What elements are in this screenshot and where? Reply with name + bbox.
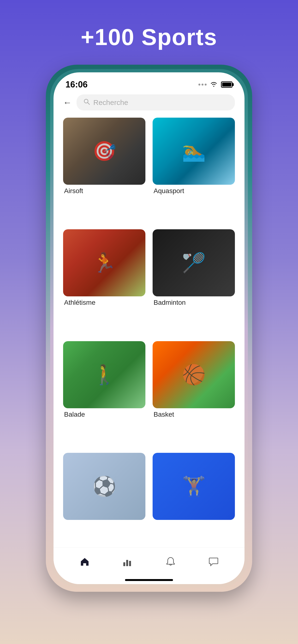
status-bar: 16:06 (54, 72, 244, 92)
content-area: Airsoft Aquasport Athlétisme (54, 115, 244, 547)
sport-image-badminton (153, 229, 235, 296)
sport-image-balade (63, 341, 145, 408)
svg-rect-3 (126, 560, 128, 566)
sport-card-basket[interactable]: Basket (153, 341, 235, 446)
sport-label-badminton: Badminton (153, 299, 235, 306)
sport-card-partial-right[interactable] (153, 453, 235, 547)
svg-rect-5 (123, 558, 132, 558)
search-area: ← Recherche (54, 92, 244, 115)
signal-dot-2 (202, 84, 203, 86)
svg-rect-2 (123, 562, 125, 566)
wifi-icon (210, 80, 218, 89)
battery-fill (222, 83, 231, 86)
back-button[interactable]: ← (63, 98, 72, 108)
sport-card-badminton[interactable]: Badminton (153, 229, 235, 334)
sport-image-partial-right (153, 453, 235, 520)
sport-image-airsoft (63, 118, 145, 185)
chat-icon (208, 556, 219, 570)
home-icon (79, 556, 90, 570)
bell-icon (165, 556, 176, 570)
sport-label-balade: Balade (63, 411, 145, 418)
home-indicator (54, 578, 244, 584)
sport-image-athletisme (63, 229, 145, 296)
sport-label-athletisme: Athlétisme (63, 299, 145, 306)
sport-card-aquasport[interactable]: Aquasport (153, 118, 235, 222)
sport-card-athletisme[interactable]: Athlétisme (63, 229, 145, 334)
nav-stats[interactable] (117, 554, 138, 572)
sport-label-aquasport: Aquasport (153, 187, 235, 195)
sport-image-partial-left (63, 453, 145, 520)
stats-icon (122, 556, 133, 570)
status-time: 16:06 (66, 80, 88, 90)
phone-screen: 16:06 (54, 72, 244, 584)
svg-line-1 (88, 102, 89, 104)
search-placeholder: Recherche (93, 98, 128, 106)
status-icons (198, 80, 232, 89)
battery-icon (221, 82, 232, 88)
nav-notifications[interactable] (161, 554, 181, 572)
sport-card-partial-left[interactable] (63, 453, 145, 547)
home-bar (125, 579, 173, 581)
search-bar[interactable]: Recherche (77, 94, 235, 110)
bottom-nav (54, 547, 244, 578)
signal-dot-3 (205, 84, 207, 86)
sports-grid: Airsoft Aquasport Athlétisme (54, 115, 244, 547)
sport-label-airsoft: Airsoft (63, 187, 145, 195)
sport-image-aquasport (153, 118, 235, 185)
phone-outer: 16:06 (46, 65, 252, 592)
svg-rect-4 (129, 561, 131, 566)
sport-label-basket: Basket (153, 411, 235, 418)
nav-messages[interactable] (203, 554, 224, 572)
signal-dot-1 (198, 84, 200, 86)
nav-home[interactable] (75, 554, 95, 572)
signal-dots (198, 84, 207, 86)
sport-card-balade[interactable]: Balade (63, 341, 145, 446)
phone-middle: 16:06 (50, 69, 248, 588)
sport-card-airsoft[interactable]: Airsoft (63, 118, 145, 222)
sport-image-basket (153, 341, 235, 408)
search-icon (83, 98, 90, 106)
page-title: +100 Sports (81, 24, 217, 50)
